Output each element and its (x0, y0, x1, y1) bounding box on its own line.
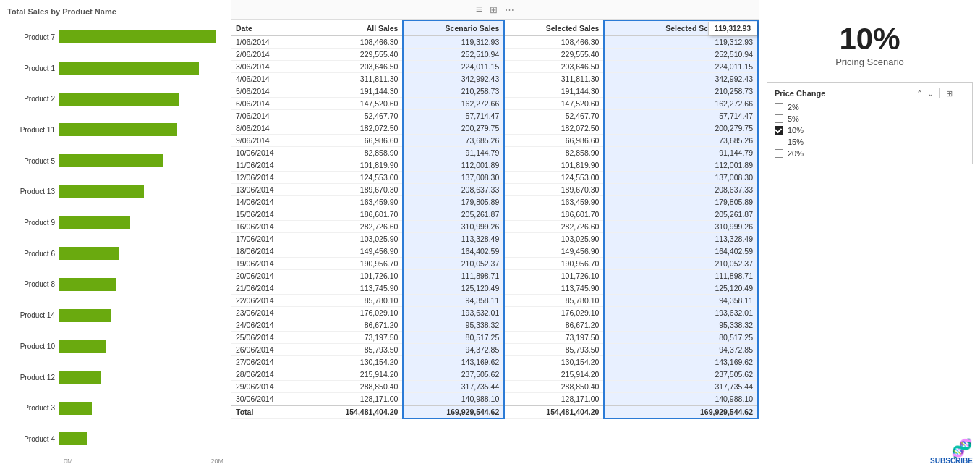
table-cell: 149,456.90 (504, 245, 604, 258)
table-cell: 190,956.70 (305, 258, 404, 270)
more-icon[interactable]: ⋯ (505, 4, 514, 15)
table-cell: 125,120.49 (403, 282, 504, 295)
table-cell: 317,735.44 (604, 381, 758, 393)
bar-row: Product 8 (7, 274, 223, 295)
table-cell: 189,670.30 (305, 184, 404, 196)
table-cell: 210,052.37 (604, 258, 758, 270)
bar-chart: Product 7Product 1Product 2Product 11Pro… (7, 22, 223, 455)
table-cell: 29/06/2014 (231, 381, 305, 393)
table-cell: 252,510.94 (403, 49, 504, 61)
table-cell: 21/06/2014 (231, 282, 305, 295)
table-row: 14/06/2014163,459.90179,805.89163,459.90… (231, 196, 758, 208)
table-row: 2/06/2014229,555.40252,510.94229,555.402… (231, 49, 758, 61)
slicer-option[interactable]: 5% (775, 114, 965, 123)
table-cell: 113,328.49 (604, 233, 758, 245)
slicer-option-label: 20% (788, 149, 804, 158)
bar-container (59, 309, 223, 322)
table-cell: 119,312.93 (403, 36, 504, 49)
slicer-option[interactable]: 20% (775, 149, 965, 158)
table-cell: 163,459.90 (504, 196, 604, 208)
table-cell: 73,685.26 (403, 135, 504, 147)
bar-container (59, 247, 223, 260)
table-cell: 143,169.62 (604, 356, 758, 368)
table-cell: 57,714.47 (604, 110, 758, 122)
table-cell: 27/06/2014 (231, 356, 305, 368)
table-row: 4/06/2014311,811.30342,992.43311,811.303… (231, 73, 758, 85)
table-cell: 66,986.60 (504, 135, 604, 147)
bar-fill (59, 30, 216, 43)
bar-row: Product 1 (7, 58, 223, 78)
slicer-option[interactable]: 2% (775, 103, 965, 111)
table-cell: 208,637.33 (403, 184, 504, 196)
table-cell: 14/06/2014 (231, 196, 305, 208)
right-panel: 10% Pricing Scenario Price Change ⌃ ⌄ ⊞ … (759, 0, 980, 472)
table-cell: 23/06/2014 (231, 307, 305, 319)
bar-label: Product 11 (7, 126, 59, 134)
bar-row: Product 13 (7, 182, 223, 202)
table-cell: 128,171.00 (305, 393, 404, 406)
table-cell: 124,553.00 (305, 172, 404, 184)
table-cell: 103,025.90 (305, 233, 404, 245)
table-row: 12/06/2014124,553.00137,008.30124,553.00… (231, 172, 758, 184)
table-row: 7/06/201452,467.7057,714.4752,467.7057,7… (231, 110, 758, 122)
slicer-checkbox[interactable] (775, 149, 783, 158)
bar-container (59, 278, 223, 291)
table-cell: 224,011.15 (403, 61, 504, 73)
table-cell: 310,999.26 (604, 221, 758, 233)
table-cell: 311,811.30 (305, 73, 404, 85)
table-cell: 191,144.30 (305, 85, 404, 98)
table-cell: 205,261.87 (403, 208, 504, 221)
table-cell: 140,988.10 (403, 393, 504, 406)
table-cell: 200,279.75 (403, 122, 504, 135)
table-cell: 9/06/2014 (231, 135, 305, 147)
slicer-sort-desc-icon[interactable]: ⌄ (927, 89, 934, 98)
table-scroll[interactable]: Date All Sales Scenario Sales Selected S… (231, 20, 759, 472)
table-row: 9/06/201466,986.6073,685.2666,986.6073,6… (231, 135, 758, 147)
slicer-sort-asc-icon[interactable]: ⌃ (916, 89, 923, 98)
slicer-toolbar-divider (939, 88, 940, 98)
expand-icon[interactable]: ⊞ (490, 4, 498, 15)
bar-row: Product 11 (7, 119, 223, 140)
table-cell: 2/06/2014 (231, 49, 305, 61)
table-cell: 108,466.30 (504, 36, 604, 49)
tooltip-box: 119,312.93 (708, 22, 757, 35)
table-row: 24/06/201486,671.2095,338.3286,671.2095,… (231, 319, 758, 332)
table-cell: 288,850.40 (504, 381, 604, 393)
table-row: 15/06/2014186,601.70205,261.87186,601.70… (231, 208, 758, 221)
table-cell: 5/06/2014 (231, 85, 305, 98)
slicer-checkbox[interactable] (775, 126, 783, 135)
table-row: 16/06/2014282,726.60310,999.26282,726.60… (231, 221, 758, 233)
table-cell: 94,358.11 (604, 295, 758, 307)
slicer-checkbox[interactable] (775, 138, 783, 146)
bar-fill (59, 93, 179, 106)
chart-panel: Total Sales by Product Name Product 7Pro… (0, 0, 231, 472)
slicer-expand-icon[interactable]: ⊞ (946, 89, 953, 98)
table-cell: 82,858.90 (504, 147, 604, 159)
table-cell: 112,001.89 (604, 159, 758, 172)
bar-label: Product 12 (7, 374, 59, 382)
table-cell: 137,008.30 (403, 172, 504, 184)
table-cell: 18/06/2014 (231, 245, 305, 258)
total-cell: 169,929,544.62 (403, 405, 504, 418)
subscribe-label[interactable]: SUBSCRIBE (767, 457, 973, 465)
table-cell: 113,745.90 (305, 282, 404, 295)
slicer-option[interactable]: 15% (775, 138, 965, 146)
table-cell: 101,726.10 (504, 270, 604, 282)
slicer-more-icon[interactable]: ⋯ (957, 89, 965, 98)
slicer-option[interactable]: 10% (775, 126, 965, 135)
table-row: 1/06/2014108,466.30119,312.93108,466.301… (231, 36, 758, 49)
table-cell: 119,312.93119,312.93 (604, 36, 758, 49)
slicer-checkbox[interactable] (775, 103, 783, 111)
table-cell: 282,726.60 (504, 221, 604, 233)
table-cell: 85,793.50 (504, 344, 604, 356)
table-cell: 176,029.10 (504, 307, 604, 319)
bar-container (59, 371, 223, 384)
table-cell: 101,819.90 (504, 159, 604, 172)
bar-container (59, 340, 223, 353)
table-cell: 15/06/2014 (231, 208, 305, 221)
table-cell: 130,154.20 (305, 356, 404, 368)
table-cell: 94,358.11 (403, 295, 504, 307)
table-cell: 86,671.20 (504, 319, 604, 332)
slicer-checkbox[interactable] (775, 114, 783, 123)
table-cell: 25/06/2014 (231, 332, 305, 344)
